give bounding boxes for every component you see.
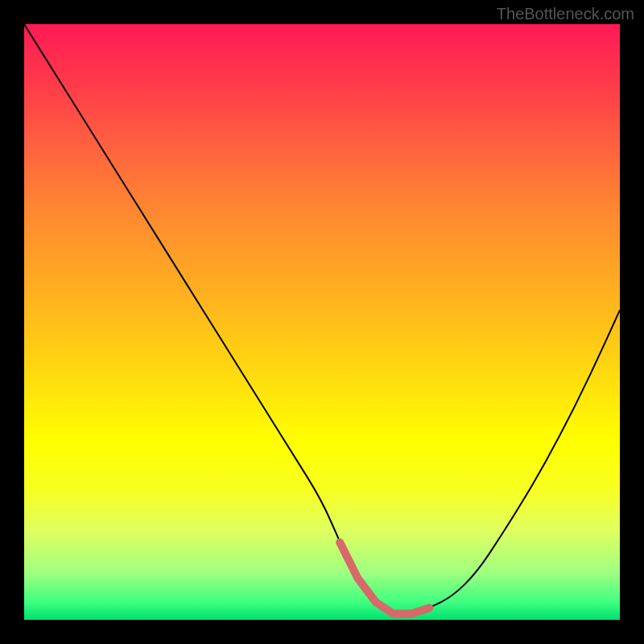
optimal-range-highlight: [340, 543, 429, 614]
chart-svg: [24, 24, 620, 620]
chart-plot-area: [24, 24, 620, 620]
watermark-text: TheBottleneck.com: [497, 5, 634, 23]
bottleneck-curve-line: [24, 24, 620, 614]
